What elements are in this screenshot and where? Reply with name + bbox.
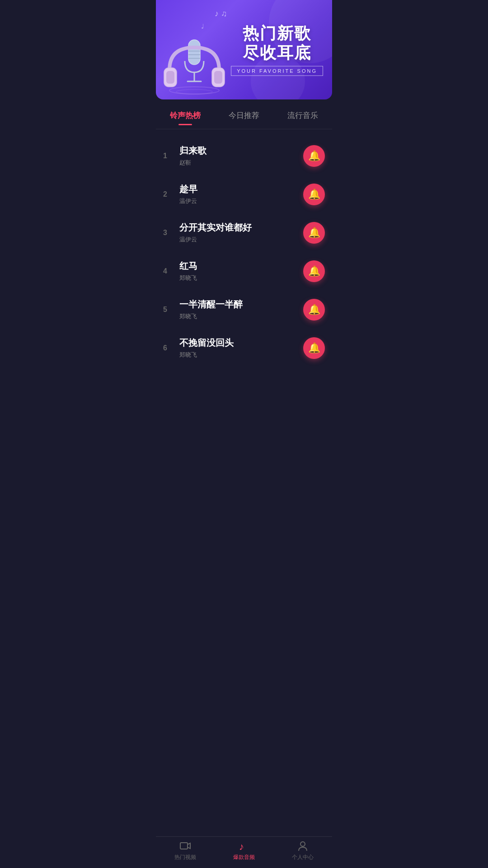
song-info-2: 趁早 温伊云 bbox=[179, 183, 303, 205]
bell-button-6[interactable]: 🔔 bbox=[303, 337, 325, 359]
bell-button-4[interactable]: 🔔 bbox=[303, 260, 325, 282]
tab-ringtone[interactable]: 铃声热榜 bbox=[163, 108, 208, 125]
tabs-container: 铃声热榜 今日推荐 流行音乐 bbox=[156, 99, 332, 129]
bell-button-2[interactable]: 🔔 bbox=[303, 184, 325, 205]
song-title-3: 分开其实对谁都好 bbox=[179, 222, 303, 234]
bottom-nav: 热门视频 ♪ 爆款音频 个人中心 bbox=[156, 836, 332, 868]
svg-rect-13 bbox=[180, 843, 188, 849]
banner-text-area: 热门新歌 尽收耳底 YOUR FAVORITE SONG bbox=[231, 24, 323, 76]
nav-item-profile[interactable]: 个人中心 bbox=[292, 840, 314, 861]
svg-point-16 bbox=[300, 842, 305, 846]
song-title-5: 一半清醒一半醉 bbox=[179, 298, 303, 311]
song-item-5: 5 一半清醒一半醉 郑晓飞 🔔 bbox=[156, 290, 332, 329]
song-item-1: 1 归来歌 赵靳 🔔 bbox=[156, 137, 332, 175]
profile-icon bbox=[297, 840, 309, 852]
song-rank-4: 4 bbox=[163, 267, 176, 275]
song-artist-3: 温伊云 bbox=[179, 236, 303, 244]
song-artist-4: 郑晓飞 bbox=[179, 274, 303, 282]
svg-rect-8 bbox=[166, 71, 174, 84]
nav-label-audio: 爆款音频 bbox=[233, 854, 255, 861]
bell-button-3[interactable]: 🔔 bbox=[303, 222, 325, 244]
bell-icon-2: 🔔 bbox=[308, 189, 320, 200]
song-title-6: 不挽留没回头 bbox=[179, 337, 303, 349]
nav-label-profile: 个人中心 bbox=[292, 854, 314, 861]
song-info-3: 分开其实对谁都好 温伊云 bbox=[179, 222, 303, 244]
headphones-icon bbox=[160, 38, 228, 97]
banner-title-line2: 尽收耳底 bbox=[231, 43, 323, 62]
song-rank-5: 5 bbox=[163, 306, 176, 314]
banner-subtitle-en: YOUR FAVORITE SONG bbox=[231, 66, 323, 76]
banner: ♪ ♫ ♩ bbox=[156, 0, 332, 99]
song-item-6: 6 不挽留没回头 郑晓飞 🔔 bbox=[156, 329, 332, 367]
song-title-4: 红马 bbox=[179, 260, 303, 272]
song-artist-5: 郑晓飞 bbox=[179, 312, 303, 321]
svg-point-11 bbox=[169, 87, 219, 94]
song-list: 1 归来歌 赵靳 🔔 2 趁早 温伊云 🔔 3 分开其实对谁都好 温伊云 🔔 4 bbox=[156, 129, 332, 374]
music-notes-icon: ♪ ♫ bbox=[215, 9, 227, 19]
song-info-6: 不挽留没回头 郑晓飞 bbox=[179, 337, 303, 359]
song-item-4: 4 红马 郑晓飞 🔔 bbox=[156, 252, 332, 290]
bell-button-1[interactable]: 🔔 bbox=[303, 145, 325, 167]
song-item-3: 3 分开其实对谁都好 温伊云 🔔 bbox=[156, 213, 332, 252]
song-rank-6: 6 bbox=[163, 344, 176, 352]
song-item-2: 2 趁早 温伊云 🔔 bbox=[156, 175, 332, 213]
tab-today[interactable]: 今日推荐 bbox=[221, 108, 267, 125]
nav-item-video[interactable]: 热门视频 bbox=[174, 840, 196, 861]
song-info-4: 红马 郑晓飞 bbox=[179, 260, 303, 282]
bell-icon-6: 🔔 bbox=[308, 342, 320, 354]
svg-marker-14 bbox=[188, 843, 190, 849]
song-rank-3: 3 bbox=[163, 229, 176, 237]
bell-button-5[interactable]: 🔔 bbox=[303, 299, 325, 321]
svg-text:♪: ♪ bbox=[239, 841, 244, 852]
song-info-1: 归来歌 赵靳 bbox=[179, 145, 303, 167]
song-title-2: 趁早 bbox=[179, 183, 303, 195]
svg-point-12 bbox=[176, 90, 212, 94]
banner-title-line1: 热门新歌 bbox=[231, 24, 323, 43]
safe-area-spacer bbox=[156, 374, 332, 406]
bell-icon-5: 🔔 bbox=[308, 304, 320, 316]
song-artist-6: 郑晓飞 bbox=[179, 351, 303, 359]
song-rank-2: 2 bbox=[163, 190, 176, 198]
nav-label-video: 热门视频 bbox=[174, 854, 196, 861]
svg-rect-10 bbox=[214, 71, 222, 84]
song-artist-2: 温伊云 bbox=[179, 197, 303, 205]
song-artist-1: 赵靳 bbox=[179, 159, 303, 167]
tab-pop[interactable]: 流行音乐 bbox=[280, 108, 325, 125]
bell-icon-4: 🔔 bbox=[308, 265, 320, 277]
video-icon bbox=[179, 840, 191, 852]
bell-icon-3: 🔔 bbox=[308, 227, 320, 239]
bell-icon-1: 🔔 bbox=[308, 150, 320, 162]
song-rank-1: 1 bbox=[163, 152, 176, 160]
audio-icon: ♪ bbox=[238, 840, 250, 852]
song-title-1: 归来歌 bbox=[179, 145, 303, 157]
song-info-5: 一半清醒一半醉 郑晓飞 bbox=[179, 298, 303, 321]
nav-item-audio[interactable]: ♪ 爆款音频 bbox=[233, 840, 255, 861]
banner-illustration bbox=[160, 18, 233, 99]
